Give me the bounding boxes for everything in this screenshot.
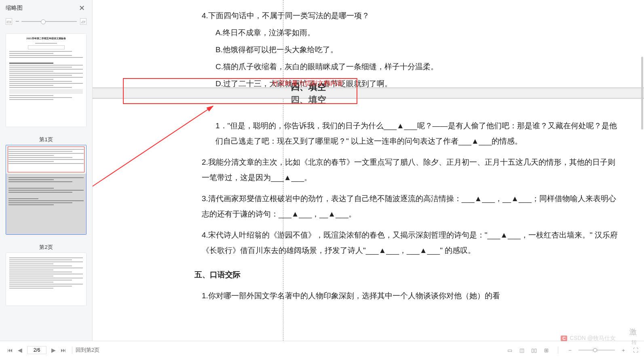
- csdn-watermark-text: CSDN @牧马仕女: [570, 335, 616, 342]
- question-stem: 4.下面四句话中，不属于同一类写法的是哪一项？: [202, 8, 620, 23]
- thumbnail-label: 第1页: [6, 132, 87, 145]
- annotation-red-label: 分页时暴力切割文档内容: [272, 79, 343, 88]
- thumb-zoom-slider-wrap: −: [15, 18, 77, 25]
- thumbnail-image: [6, 145, 86, 234]
- view-mode-2-icon[interactable]: ◫: [518, 346, 526, 354]
- option-c: C.猫的爪子收缩着，灰白的眼睛眯成了一条细缝，样子十分温柔。: [202, 59, 620, 74]
- status-bar: ⏮ ◀ ▶ ⏭ 回到第2页 ▭ ◫ ▯▯ ⊞ − + ⛶: [0, 341, 644, 359]
- sidebar-controls: ▭ − ▱: [0, 16, 92, 30]
- thumb-zoom-slider[interactable]: [21, 21, 77, 22]
- fill-blank-2: 2.我能分清文章的主次，比如《北京的春节》一文重点写了腊八、除夕、正月初一、正月…: [202, 155, 620, 185]
- zoom-out-icon[interactable]: −: [566, 346, 574, 354]
- thumbnail-label: 第2页: [6, 240, 87, 253]
- page-margin-guide: [283, 0, 283, 341]
- first-page-button[interactable]: ⏮: [5, 347, 15, 353]
- thumbnail-image: [6, 253, 86, 306]
- thumbnail-image: 2021学年第二学期五年级语文测验卷: [6, 34, 86, 127]
- speaking-q1: 1.你对哪一部外国文学名著中的人物印象深刻，选择其中一个人物谈谈你对他（她）的看: [202, 288, 620, 304]
- watermark-line2: 转: [631, 339, 637, 346]
- thumbnail-sidebar: 缩略图 ✕ ▭ − ▱ 2021学年第二学期五年级语文测验卷: [0, 0, 93, 341]
- prev-page-button[interactable]: ◀: [15, 347, 25, 353]
- option-a: A.终日不成章，泣涕零如雨。: [202, 25, 620, 40]
- zoom-slider[interactable]: [579, 350, 615, 351]
- next-page-button[interactable]: ▶: [49, 347, 58, 353]
- view-mode-4-icon[interactable]: ⊞: [543, 346, 550, 354]
- divider: [558, 346, 558, 354]
- fill-blank-4: 4.宋代诗人叶绍翁的《游园不值》，既渲染浓郁的春色，又揭示深刻哲理的诗句是："_…: [202, 227, 620, 258]
- back-to-page-link[interactable]: 回到第2页: [76, 346, 99, 354]
- fill-blank-1: 1．"但是，聪明的，你告诉我，我们的日子为什么___▲___呢？——是有人偷了他…: [202, 118, 620, 149]
- thumbnail-page-1[interactable]: 2021学年第二学期五年级语文测验卷: [6, 33, 87, 127]
- divider: [72, 346, 72, 354]
- fit-width-icon[interactable]: ▭: [6, 18, 12, 25]
- page-number-input[interactable]: [27, 346, 46, 354]
- thumbnail-page-3[interactable]: [6, 253, 87, 306]
- document-viewport[interactable]: 四、填空 四、填空 分页时暴力切割文档内容 4.下面四句话中，不属于同一类写法的…: [93, 0, 644, 341]
- thumbnail-list[interactable]: 2021学年第二学期五年级语文测验卷 第1页: [0, 30, 92, 341]
- option-b: B.他饿得都可以把一头大象给吃了。: [202, 42, 620, 57]
- fit-page-icon[interactable]: ▱: [80, 18, 87, 25]
- thumbnail-page-2[interactable]: [6, 145, 87, 235]
- sidebar-header: 缩略图 ✕: [0, 0, 92, 16]
- view-mode-1-icon[interactable]: ▭: [506, 346, 513, 354]
- scrollbar-thumb[interactable]: [641, 57, 643, 130]
- fill-blank-3: 3.清代画家郑燮借立根破岩中的劲竹，表达了自己绝不随波逐流的高洁情操：___▲_…: [202, 191, 620, 222]
- csdn-watermark: C CSDN @牧马仕女: [561, 335, 616, 342]
- sidebar-title: 缩略图: [6, 4, 23, 12]
- fullscreen-icon[interactable]: ⛶: [632, 346, 639, 354]
- vertical-scrollbar[interactable]: [641, 0, 643, 341]
- csdn-badge-icon: C: [561, 336, 567, 341]
- zoom-out-icon[interactable]: −: [15, 18, 19, 25]
- status-bar-right: ▭ ◫ ▯▯ ⊞ − + ⛶: [506, 346, 639, 354]
- close-icon[interactable]: ✕: [77, 4, 87, 13]
- section-5-title: 五、口语交际: [194, 267, 620, 283]
- view-mode-3-icon[interactable]: ▯▯: [530, 346, 538, 354]
- zoom-in-icon[interactable]: +: [620, 346, 627, 354]
- last-page-button[interactable]: ⏭: [58, 347, 69, 353]
- document-content: 4.下面四句话中，不属于同一类写法的是哪一项？ A.终日不成章，泣涕零如雨。 B…: [93, 0, 644, 304]
- watermark-line1: 激: [629, 327, 637, 337]
